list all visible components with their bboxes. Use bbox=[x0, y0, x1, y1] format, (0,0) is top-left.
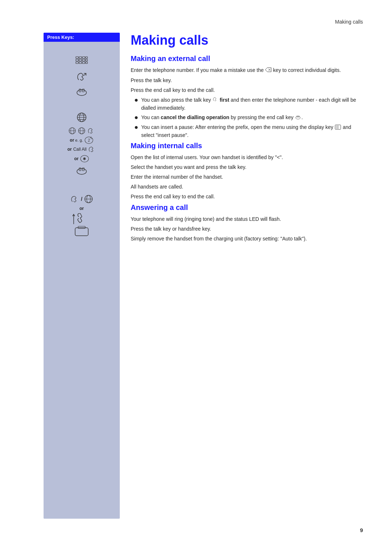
talk-key-icon bbox=[76, 71, 87, 83]
answering-step2: Press the talk key or handsfree key. bbox=[131, 225, 363, 233]
svg-rect-7 bbox=[86, 59, 87, 61]
section-title-external: Making an external call bbox=[131, 54, 363, 63]
svg-point-13 bbox=[77, 90, 86, 96]
svg-text:✱: ✱ bbox=[83, 157, 86, 161]
or-eg-row: or e. g. 2 bbox=[70, 136, 93, 144]
svg-rect-32 bbox=[79, 168, 81, 171]
svg-rect-15 bbox=[82, 89, 84, 92]
section-title-internal: Making internal calls bbox=[131, 142, 363, 150]
external-step2: Press the talk key. bbox=[131, 77, 363, 84]
main-title: Making calls bbox=[131, 33, 363, 48]
svg-rect-4 bbox=[76, 59, 78, 61]
svg-rect-1 bbox=[79, 57, 82, 58]
svg-rect-2 bbox=[82, 57, 85, 58]
svg-rect-37 bbox=[75, 228, 88, 236]
svg-rect-14 bbox=[79, 89, 81, 92]
svg-rect-5 bbox=[79, 59, 82, 61]
sidebar: Press Keys: bbox=[44, 33, 120, 519]
or-star-row: or ✱ bbox=[74, 155, 89, 163]
svg-line-12 bbox=[84, 73, 86, 76]
content-area: Making calls Making an external call Ent… bbox=[120, 33, 363, 519]
page-number: 9 bbox=[360, 527, 363, 533]
page-header-title: Making calls bbox=[335, 19, 363, 25]
svg-rect-38 bbox=[78, 226, 85, 228]
or-callall-row: or Call All bbox=[68, 145, 96, 153]
endcall-inline-icon bbox=[295, 114, 301, 121]
svg-point-43 bbox=[296, 116, 301, 119]
svg-rect-8 bbox=[76, 62, 78, 64]
external-step3: Press the end call key to end the call. bbox=[131, 86, 363, 94]
external-step1: Enter the telephone number. If you make … bbox=[131, 66, 363, 74]
keypad-icon bbox=[75, 56, 88, 68]
svg-point-31 bbox=[77, 169, 86, 174]
answering-step3: Simply remove the handset from the charg… bbox=[131, 235, 363, 243]
svg-rect-6 bbox=[82, 59, 85, 61]
internal-step1: Open the list of internal users. Your ow… bbox=[131, 154, 363, 161]
end-call-icon-2 bbox=[76, 165, 87, 176]
bullet-2: ● You can cancel the dialling operation … bbox=[134, 114, 363, 121]
press-keys-label: Press Keys: bbox=[44, 33, 120, 42]
svg-rect-3 bbox=[86, 57, 87, 58]
svg-rect-11 bbox=[86, 62, 87, 64]
backspace-inline-icon bbox=[265, 67, 271, 74]
answering-step1: Your telephone will ring (ringing tone) … bbox=[131, 215, 363, 223]
svg-rect-9 bbox=[79, 62, 82, 64]
answer-talk-icon: / bbox=[70, 194, 93, 204]
svg-rect-10 bbox=[82, 62, 85, 64]
internal-step3: Enter the internal number of the handset… bbox=[131, 173, 363, 181]
svg-text:2: 2 bbox=[88, 138, 90, 142]
or-label: or bbox=[79, 206, 84, 211]
internal-step4: All handsets are called. bbox=[131, 183, 363, 191]
svg-marker-40 bbox=[265, 68, 271, 72]
section-title-answering: Answering a call bbox=[131, 203, 363, 212]
internal-step2: Select the handset you want and press th… bbox=[131, 163, 363, 171]
talk-inline-icon bbox=[212, 96, 218, 104]
external-bullets: ● You can also press the talk key first … bbox=[134, 96, 363, 139]
bullet-3: ● You can insert a pause: After entering… bbox=[134, 123, 363, 139]
menu-inline-icon bbox=[335, 124, 341, 131]
svg-rect-45 bbox=[298, 116, 299, 117]
svg-rect-44 bbox=[297, 116, 298, 117]
internal-step5: Press the end call key to end the call. bbox=[131, 193, 363, 200]
contacts-icon bbox=[76, 112, 87, 124]
svg-rect-33 bbox=[82, 168, 84, 171]
main-container: Press Keys: bbox=[44, 33, 363, 519]
end-call-icon-1 bbox=[76, 86, 87, 97]
svg-rect-0 bbox=[76, 57, 78, 58]
bullet-1: ● You can also press the talk key first … bbox=[134, 96, 363, 112]
cradle-icon bbox=[71, 213, 93, 240]
select-handset-icons bbox=[68, 127, 95, 135]
